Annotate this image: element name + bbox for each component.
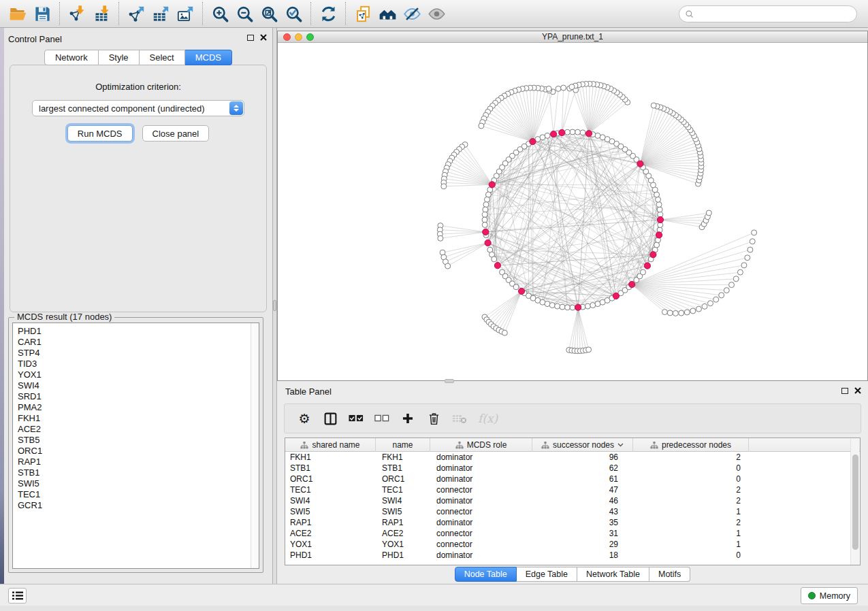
save-session-button[interactable] [30,3,54,24]
network-hub-node[interactable] [613,293,619,299]
table-row[interactable]: SWI5SWI5connector431 [285,506,860,517]
network-leaf-node[interactable] [741,263,747,268]
network-node[interactable] [513,284,519,290]
network-leaf-node[interactable] [662,310,667,315]
panel-options-button[interactable] [8,588,27,604]
import-table-button[interactable] [89,3,114,24]
show-columns-button[interactable] [323,410,338,427]
network-node[interactable] [549,303,555,308]
network-leaf-node[interactable] [713,297,719,302]
column-header-successor-nodes[interactable]: successor nodes [532,438,633,452]
search-field[interactable] [679,5,857,22]
tab-edge-table[interactable]: Edge Table [517,567,577,582]
mcds-result-item[interactable]: STB1 [18,467,259,478]
vertical-splitter[interactable] [272,28,277,584]
network-leaf-node[interactable] [556,86,561,91]
network-node[interactable] [483,202,489,208]
network-hub-node[interactable] [494,263,500,269]
network-node[interactable] [580,130,585,135]
network-node[interactable] [656,202,662,208]
network-hub-node[interactable] [585,131,592,137]
network-leaf-node[interactable] [586,347,592,352]
network-hub-node[interactable] [656,232,662,238]
network-leaf-node[interactable] [690,308,696,314]
network-leaf-node[interactable] [724,288,729,293]
network-leaf-node[interactable] [702,303,707,309]
network-node[interactable] [570,305,575,310]
mcds-result-item[interactable]: SRD1 [18,391,259,402]
network-canvas[interactable] [278,43,867,380]
close-panel-button[interactable]: Close panel [142,125,210,142]
network-node[interactable] [483,207,488,212]
delete-selected-button[interactable] [426,410,441,427]
window-maximize-icon[interactable] [306,33,314,41]
search-input[interactable] [694,7,856,21]
network-leaf-node[interactable] [561,85,566,90]
network-leaf-node[interactable] [441,184,447,189]
tab-select[interactable]: Select [140,50,185,65]
network-leaf-node[interactable] [546,86,551,91]
tab-motifs[interactable]: Motifs [649,567,690,582]
export-table-button[interactable] [148,3,173,24]
window-minimize-icon[interactable] [295,33,302,41]
mcds-result-item[interactable]: TID3 [18,359,259,369]
table-scrollbar-thumb[interactable] [852,455,858,550]
network-leaf-node[interactable] [569,84,575,90]
mcds-result-item[interactable]: TEC1 [18,489,259,500]
memory-button[interactable]: Memory [801,587,858,604]
select-all-button[interactable] [349,410,364,427]
table-row[interactable]: RAP1RAP1dominator352 [285,517,860,528]
network-hub-node[interactable] [550,131,556,137]
refresh-button[interactable] [316,3,340,24]
mcds-result-item[interactable]: RAP1 [18,457,259,467]
network-hub-node[interactable] [637,161,643,167]
network-leaf-node[interactable] [707,301,713,306]
import-network-button[interactable] [65,3,89,24]
network-node[interactable] [564,305,570,310]
run-mcds-button[interactable]: Run MCDS [67,125,133,142]
network-node[interactable] [585,303,590,309]
network-node[interactable] [482,222,487,228]
network-node[interactable] [484,197,489,202]
table-row[interactable]: SWI4SWI4dominator462 [285,495,860,506]
show-all-button[interactable] [424,3,449,24]
network-leaf-node[interactable] [750,239,755,244]
network-canvas-svg[interactable] [278,43,867,380]
network-hub-node[interactable] [650,252,656,258]
deselect-all-button[interactable] [374,410,389,427]
add-column-button[interactable] [400,410,415,427]
network-leaf-node[interactable] [651,103,656,108]
zoom-selected-button[interactable] [281,3,306,24]
mcds-result-item[interactable]: PHD1 [18,326,259,337]
network-leaf-node[interactable] [733,276,739,282]
network-leaf-node[interactable] [684,310,690,315]
network-leaf-node[interactable] [719,293,724,298]
network-node[interactable] [590,303,596,308]
table-row[interactable]: ACE2ACE2connector311 [285,528,860,539]
network-hub-node[interactable] [559,129,565,135]
column-header-predecessor-nodes[interactable]: predecessor nodes [633,438,749,452]
network-leaf-node[interactable] [729,282,735,288]
first-neighbors-button[interactable] [375,3,400,24]
network-node[interactable] [482,217,487,222]
table-scrollbar[interactable] [850,439,859,565]
table-row[interactable]: STB1STB1dominator620 [285,463,860,474]
hide-selected-button[interactable] [400,3,424,24]
close-table-panel-icon[interactable] [854,387,861,394]
network-share-button[interactable] [351,3,375,24]
export-image-button[interactable] [173,3,197,24]
network-node[interactable] [570,129,575,135]
tab-network-table[interactable]: Network Table [577,567,649,582]
network-hub-node[interactable] [518,288,524,294]
table-row[interactable]: ORC1ORC1dominator610 [285,474,860,484]
tab-style[interactable]: Style [99,50,140,65]
network-leaf-node[interactable] [748,247,753,252]
network-leaf-node[interactable] [479,123,484,129]
network-leaf-node[interactable] [667,310,673,316]
network-node[interactable] [575,129,581,135]
network-node[interactable] [656,197,661,202]
zoom-fit-button[interactable] [257,3,281,24]
optimization-criterion-select[interactable]: largest connected component (undirected) [32,100,244,116]
mcds-result-item[interactable]: ACE2 [18,424,259,435]
settings-button[interactable]: ⚙ [297,410,312,427]
